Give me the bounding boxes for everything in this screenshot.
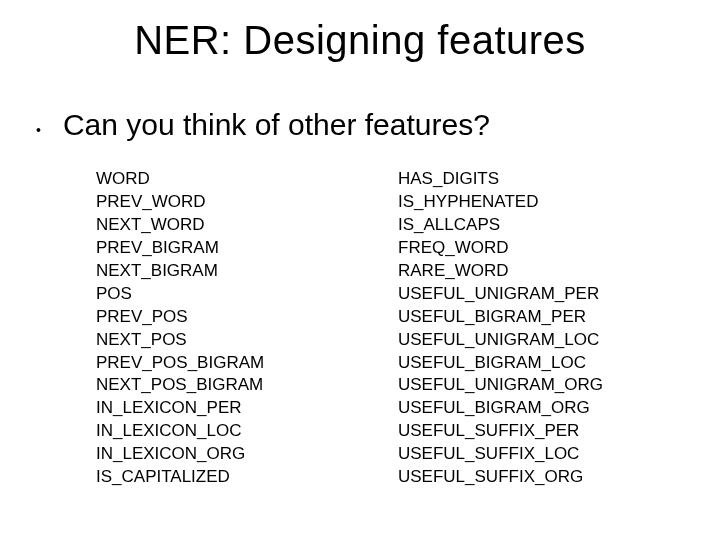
feature-item: USEFUL_BIGRAM_LOC xyxy=(398,352,660,375)
feature-item: USEFUL_SUFFIX_PER xyxy=(398,420,660,443)
bullet-dot-icon: • xyxy=(36,123,41,137)
feature-item: IN_LEXICON_ORG xyxy=(96,443,358,466)
feature-item: USEFUL_SUFFIX_LOC xyxy=(398,443,660,466)
feature-columns: WORDPREV_WORDNEXT_WORDPREV_BIGRAMNEXT_BI… xyxy=(96,168,660,489)
feature-column-left: WORDPREV_WORDNEXT_WORDPREV_BIGRAMNEXT_BI… xyxy=(96,168,358,489)
feature-item: IN_LEXICON_PER xyxy=(96,397,358,420)
feature-item: NEXT_BIGRAM xyxy=(96,260,358,283)
feature-item: USEFUL_BIGRAM_ORG xyxy=(398,397,660,420)
feature-item: USEFUL_SUFFIX_ORG xyxy=(398,466,660,489)
slide: NER: Designing features • Can you think … xyxy=(0,0,720,540)
feature-item: USEFUL_UNIGRAM_LOC xyxy=(398,329,660,352)
slide-title: NER: Designing features xyxy=(0,18,720,63)
feature-item: PREV_WORD xyxy=(96,191,358,214)
feature-column-right: HAS_DIGITSIS_HYPHENATEDIS_ALLCAPSFREQ_WO… xyxy=(398,168,660,489)
feature-item: IS_HYPHENATED xyxy=(398,191,660,214)
feature-item: PREV_POS_BIGRAM xyxy=(96,352,358,375)
feature-item: USEFUL_UNIGRAM_PER xyxy=(398,283,660,306)
feature-item: PREV_BIGRAM xyxy=(96,237,358,260)
feature-item: HAS_DIGITS xyxy=(398,168,660,191)
feature-item: WORD xyxy=(96,168,358,191)
feature-item: IS_CAPITALIZED xyxy=(96,466,358,489)
feature-item: USEFUL_BIGRAM_PER xyxy=(398,306,660,329)
feature-item: RARE_WORD xyxy=(398,260,660,283)
feature-item: IS_ALLCAPS xyxy=(398,214,660,237)
feature-item: FREQ_WORD xyxy=(398,237,660,260)
feature-item: NEXT_WORD xyxy=(96,214,358,237)
feature-item: POS xyxy=(96,283,358,306)
feature-item: NEXT_POS xyxy=(96,329,358,352)
feature-item: PREV_POS xyxy=(96,306,358,329)
bullet-text: Can you think of other features? xyxy=(63,108,490,142)
feature-item: USEFUL_UNIGRAM_ORG xyxy=(398,374,660,397)
feature-item: NEXT_POS_BIGRAM xyxy=(96,374,358,397)
feature-item: IN_LEXICON_LOC xyxy=(96,420,358,443)
bullet-row: • Can you think of other features? xyxy=(36,108,684,142)
